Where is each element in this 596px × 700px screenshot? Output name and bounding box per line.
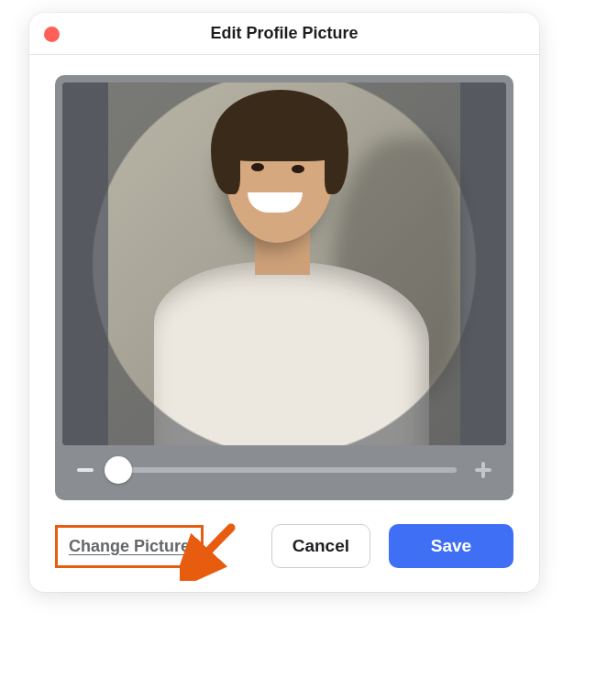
slider-thumb[interactable] [105,456,132,484]
button-row: Change Picture Cancel Save [29,508,539,592]
zoom-slider[interactable] [112,456,457,484]
titlebar: Edit Profile Picture [29,13,539,55]
change-picture-link[interactable]: Change Picture [69,537,190,555]
change-picture-highlight: Change Picture [55,525,204,568]
slider-track [112,467,457,473]
profile-photo [108,82,460,445]
edit-profile-picture-modal: Edit Profile Picture [29,13,539,592]
zoom-out-icon[interactable] [75,460,95,480]
zoom-slider-row [62,445,506,487]
zoom-in-icon[interactable] [473,460,493,480]
modal-title: Edit Profile Picture [210,24,358,43]
save-button[interactable]: Save [389,524,513,568]
picture-crop-panel [55,75,513,500]
cancel-button[interactable]: Cancel [271,524,370,568]
photo-preview[interactable] [62,82,506,445]
close-icon[interactable] [44,27,60,42]
